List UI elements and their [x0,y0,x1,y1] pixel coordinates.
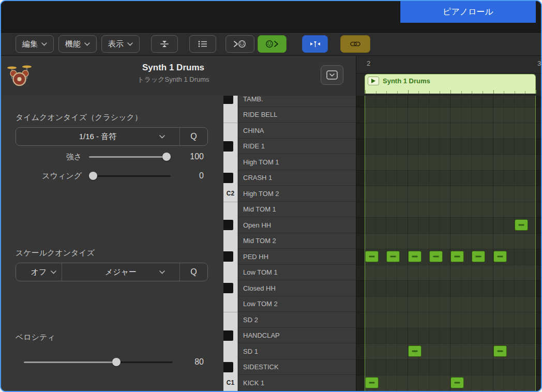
drum-name-row[interactable]: SIDESTICK [238,359,356,375]
black-key[interactable] [223,141,233,152]
functions-menu-button[interactable]: 機能 [58,35,97,53]
drum-name-row[interactable]: Open HH [238,217,356,233]
time-quantize-q-button[interactable]: Q [179,128,207,145]
ruler-tick [536,90,536,94]
midi-note[interactable] [450,377,464,388]
midi-note[interactable] [365,377,379,388]
ruler-tick [472,91,472,94]
chevron-down-icon [159,270,165,274]
white-key-divider [223,312,237,312]
collapse-mode-button[interactable] [151,35,178,53]
ruler-tick [483,91,483,94]
region-header[interactable]: Synth 1 Drums [365,74,536,94]
column-separator [356,56,356,391]
drum-name-row[interactable]: CRASH 1 [238,170,356,186]
drum-name-row[interactable]: RIDE BELL [238,107,356,123]
chevron-down-icon [127,42,133,46]
black-key[interactable] [223,283,233,293]
black-key[interactable] [223,220,233,230]
slider-fill [89,156,171,158]
midi-note[interactable] [515,219,528,231]
grid-row[interactable] [356,265,541,281]
drum-name-row[interactable]: PED HH [238,249,356,265]
keyboard-column[interactable]: C2C1 [223,96,238,391]
slider-fill [24,361,117,363]
midi-note[interactable] [450,251,464,262]
view-menu-button[interactable]: 表示 [101,35,140,53]
grid-row[interactable] [356,280,541,296]
slider-knob[interactable] [112,358,121,366]
grid-row[interactable] [356,343,541,359]
scale-type-dropdown[interactable]: メジャー [62,263,179,281]
grid-row[interactable] [356,123,541,139]
drum-name-row[interactable]: Low TOM 2 [238,296,356,312]
velocity-row: 80 [16,357,208,367]
black-key[interactable] [223,330,233,341]
midi-note[interactable] [365,251,379,262]
midi-note[interactable] [408,345,421,357]
grid-row[interactable] [356,328,541,344]
drum-name-row[interactable]: Mid TOM 1 [238,202,356,218]
grid-row[interactable] [356,296,541,312]
time-quantize-value-dropdown[interactable]: 1/16 - 音符 [16,128,179,145]
grid-row[interactable] [356,233,541,249]
grid-row[interactable] [356,170,541,186]
midi-note[interactable] [408,251,421,262]
slider-knob[interactable] [89,172,97,180]
drum-name-row[interactable]: TAMB. [238,96,356,107]
drum-name-row[interactable]: Low TOM 1 [238,265,356,281]
swing-slider[interactable] [89,172,171,180]
track-disclosure-button[interactable] [321,65,343,85]
drum-name-row[interactable]: CHINA [238,123,356,139]
grid-row[interactable] [356,249,541,265]
track-title: Synth 1 Drums [37,63,309,73]
drum-name-row[interactable]: HANDCLAP [238,328,356,344]
slider-track [89,156,171,158]
grid-row[interactable] [356,217,541,233]
grid-row[interactable] [356,375,541,391]
timeline-ruler[interactable]: 23 [356,56,541,73]
black-key[interactable] [223,173,233,183]
velocity-slider[interactable] [24,358,173,366]
midi-note[interactable] [386,251,400,262]
grid-row[interactable] [356,107,541,123]
drum-kit-icon [6,63,33,88]
catch-playhead-button[interactable] [302,35,328,53]
drum-name-row[interactable]: SD 2 [238,312,356,328]
midi-note[interactable] [429,251,443,262]
drum-name-row[interactable]: High TOM 2 [238,186,356,202]
midi-note[interactable] [472,251,485,262]
region-play-button[interactable] [368,77,379,85]
drum-name-row[interactable]: Closed HH [238,280,356,296]
grid-row[interactable] [356,154,541,170]
strength-slider[interactable] [89,153,171,161]
note-grid[interactable] [356,96,541,391]
tab-piano-roll[interactable]: ピアノロール [400,1,536,23]
scale-root-dropdown[interactable]: オフ [16,263,62,281]
edit-menu-button[interactable]: 編集 [16,35,54,53]
catch-playhead-icon [310,40,321,48]
grid-row[interactable] [356,139,541,155]
grid-row[interactable] [356,312,541,328]
scale-quantize-q-button[interactable]: Q [179,263,207,281]
midi-note[interactable] [493,345,507,357]
black-key[interactable] [223,96,233,104]
grid-row[interactable] [356,96,541,107]
grid-row[interactable] [356,359,541,375]
black-key[interactable] [223,362,233,372]
grid-row[interactable] [356,186,541,202]
drum-name-row[interactable]: SD 1 [238,343,356,359]
view-options-button[interactable] [189,35,216,53]
drum-name-row[interactable]: High TOM 1 [238,154,356,170]
strength-row: 強さ 100 [16,152,208,161]
midi-out-button[interactable] [258,35,287,53]
drum-name-row[interactable]: KICK 1 [238,375,356,391]
midi-note[interactable] [493,251,507,262]
link-button[interactable] [340,35,370,53]
grid-row[interactable] [356,202,541,218]
black-key[interactable] [223,251,233,262]
midi-in-button[interactable] [225,35,254,53]
slider-knob[interactable] [162,153,171,161]
drum-name-row[interactable]: RIDE 1 [238,139,356,155]
drum-name-row[interactable]: Mid TOM 2 [238,233,356,249]
